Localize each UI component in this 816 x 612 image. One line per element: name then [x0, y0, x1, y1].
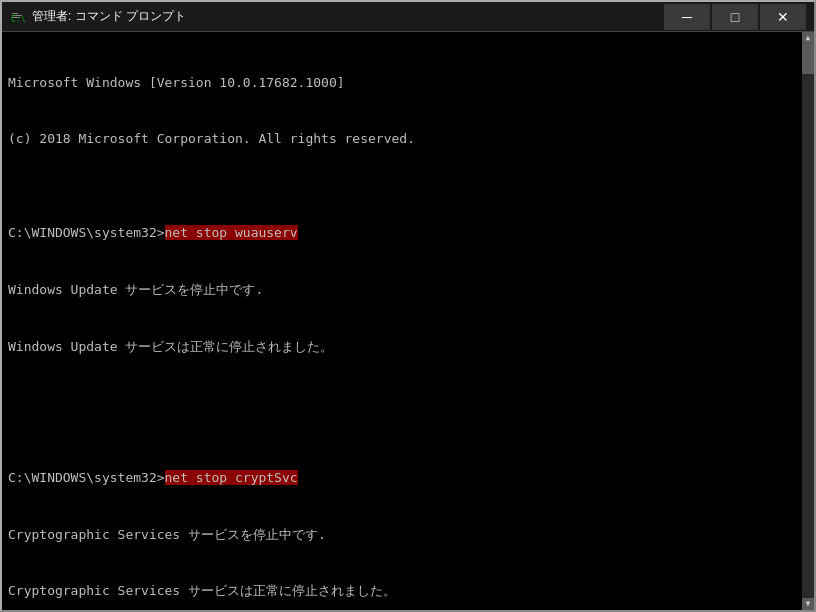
app-icon: C:\: [10, 9, 26, 25]
scroll-thumb[interactable]: [802, 44, 814, 74]
line-9: C:\WINDOWS\system32>net stop cryptSvc: [8, 469, 796, 488]
line-5: Windows Update サービスを停止中です.: [8, 281, 796, 300]
window-controls: ─ □ ✕: [664, 4, 806, 30]
restore-button[interactable]: □: [712, 4, 758, 30]
line-6: Windows Update サービスは正常に停止されました。: [8, 338, 796, 357]
minimize-button[interactable]: ─: [664, 4, 710, 30]
line-2: (c) 2018 Microsoft Corporation. All righ…: [8, 130, 796, 149]
scrollbar[interactable]: ▲ ▼: [802, 32, 814, 610]
cmd-1: net stop wuauserv: [165, 225, 298, 240]
line-11: Cryptographic Services サービスは正常に停止されました。: [8, 582, 796, 601]
scroll-up-arrow[interactable]: ▲: [802, 32, 814, 44]
close-button[interactable]: ✕: [760, 4, 806, 30]
svg-rect-1: [12, 13, 18, 14]
cmd-window: C:\ 管理者: コマンド プロンプト ─ □ ✕ Microsoft Wind…: [0, 0, 816, 612]
line-1: Microsoft Windows [Version 10.0.17682.10…: [8, 74, 796, 93]
line-4: C:\WINDOWS\system32>net stop wuauserv: [8, 224, 796, 243]
console-area[interactable]: Microsoft Windows [Version 10.0.17682.10…: [2, 32, 814, 610]
cmd-2: net stop cryptSvc: [165, 470, 298, 485]
window-title: 管理者: コマンド プロンプト: [32, 8, 664, 25]
scroll-down-arrow[interactable]: ▼: [802, 598, 814, 610]
console-content: Microsoft Windows [Version 10.0.17682.10…: [2, 32, 802, 610]
scroll-track[interactable]: [802, 44, 814, 598]
line-10: Cryptographic Services サービスを停止中です.: [8, 526, 796, 545]
title-bar: C:\ 管理者: コマンド プロンプト ─ □ ✕: [2, 2, 814, 32]
svg-text:C:\: C:\: [11, 15, 26, 24]
